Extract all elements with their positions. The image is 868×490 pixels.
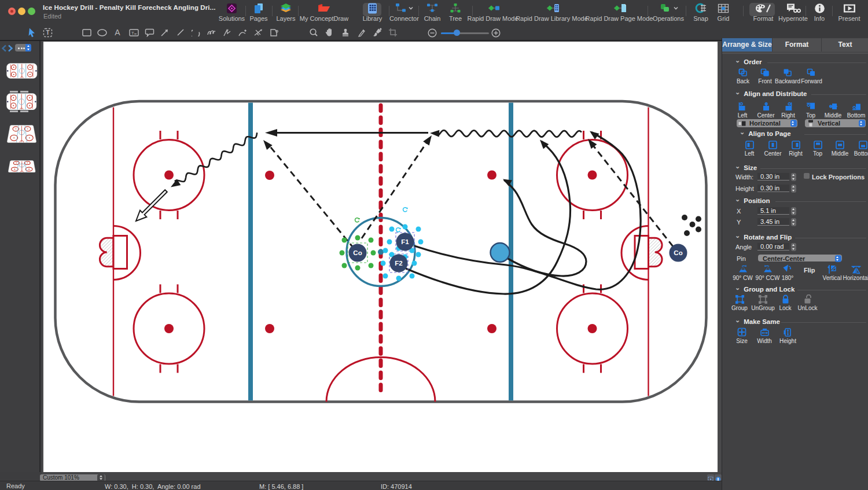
svg-text:A: A <box>115 28 120 36</box>
svg-text:T: T <box>131 30 134 35</box>
svg-text:T: T <box>46 30 49 36</box>
